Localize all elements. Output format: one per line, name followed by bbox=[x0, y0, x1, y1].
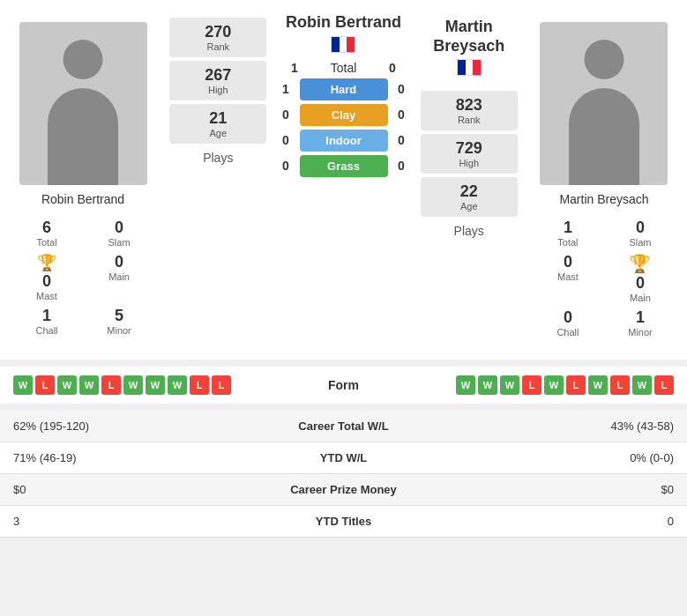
clay-button[interactable]: Clay bbox=[300, 104, 388, 126]
stat-left-1: 71% (46-19) bbox=[0, 442, 227, 474]
right-mast-label: Mast bbox=[557, 271, 579, 282]
left-flag bbox=[331, 36, 355, 53]
stats-table: 62% (195-120) Career Total W/L 43% (43-5… bbox=[0, 411, 687, 538]
right-player-avatar bbox=[540, 22, 668, 185]
left-form-badge-7: W bbox=[168, 375, 187, 395]
right-total-value: 1 bbox=[564, 219, 572, 237]
left-high-block: 267 High bbox=[169, 61, 266, 100]
left-form-badge-2: W bbox=[57, 375, 77, 395]
left-main-stat: 0 Main bbox=[86, 253, 153, 301]
right-player-name: Martin Breysach bbox=[559, 192, 648, 206]
right-plays-label: Plays bbox=[454, 224, 484, 238]
grass-button[interactable]: Grass bbox=[300, 155, 388, 177]
left-form-badge-6: W bbox=[146, 375, 165, 395]
left-form-badge-0: W bbox=[13, 375, 33, 395]
grass-right-score: 0 bbox=[395, 159, 408, 173]
right-rank-value: 823 bbox=[425, 96, 513, 115]
hard-left-score: 1 bbox=[280, 82, 293, 96]
stat-center-0: Career Total W/L bbox=[227, 411, 460, 442]
hard-button[interactable]: Hard bbox=[300, 78, 388, 100]
right-high-block: 729 High bbox=[421, 134, 518, 174]
left-rank-value: 270 bbox=[174, 23, 262, 41]
right-form-badge-2: W bbox=[500, 375, 519, 395]
right-form-badge-6: W bbox=[588, 375, 608, 395]
form-label: Form bbox=[328, 378, 359, 392]
right-flag bbox=[457, 59, 482, 76]
left-minor-stat: 5 Minor bbox=[86, 307, 153, 336]
right-mast-value: 0 bbox=[564, 253, 572, 271]
grass-line: 0 Grass 0 bbox=[280, 155, 408, 177]
stat-center-2: Career Prize Money bbox=[227, 474, 460, 506]
left-total-value: 6 bbox=[42, 219, 51, 237]
stat-left-2: $0 bbox=[0, 474, 227, 506]
left-slam-label: Slam bbox=[108, 237, 131, 248]
stat-center-3: YTD Titles bbox=[227, 506, 460, 538]
form-row: WLWWLWWWLL Form WWWLWLWLWL bbox=[13, 375, 674, 395]
stats-row-2: $0 Career Prize Money $0 bbox=[0, 474, 687, 506]
right-rank-label: Rank bbox=[425, 115, 513, 125]
left-plays-label: Plays bbox=[203, 151, 233, 165]
right-minor-label: Minor bbox=[628, 327, 653, 338]
right-total-label: Total bbox=[557, 237, 578, 248]
right-form-badges: WWWLWLWLWL bbox=[456, 375, 674, 395]
right-age-value: 22 bbox=[425, 182, 513, 201]
right-form-badge-5: L bbox=[566, 375, 586, 395]
right-mast-stat: 0 Mast bbox=[534, 253, 601, 303]
right-form-badge-0: W bbox=[456, 375, 475, 395]
right-minor-stat: 1 Minor bbox=[607, 308, 674, 338]
left-form-badge-8: L bbox=[190, 375, 209, 395]
right-age-block: 22 Age bbox=[421, 177, 518, 217]
stat-left-3: 3 bbox=[0, 506, 227, 538]
stat-right-2: $0 bbox=[460, 474, 687, 506]
left-high-label: High bbox=[174, 85, 262, 95]
indoor-right-score: 0 bbox=[395, 133, 408, 147]
right-minor-value: 1 bbox=[636, 308, 645, 327]
indoor-line: 0 Indoor 0 bbox=[280, 130, 408, 152]
right-form-badge-7: L bbox=[610, 375, 630, 395]
total-left-score: 1 bbox=[288, 61, 302, 75]
left-main-value: 0 bbox=[115, 253, 123, 271]
right-form-badge-8: W bbox=[632, 375, 652, 395]
right-player-name-top: Martin Breysach bbox=[413, 18, 526, 56]
left-chall-value: 1 bbox=[42, 307, 51, 325]
right-stats-col: Martin Breysach 823 Rank 729 High 22 Age… bbox=[413, 18, 526, 346]
right-rank-block: 823 Rank bbox=[421, 91, 518, 130]
stats-row-3: 3 YTD Titles 0 bbox=[0, 506, 687, 538]
left-total-label: Total bbox=[36, 237, 56, 248]
left-age-label: Age bbox=[174, 128, 262, 138]
left-total-stat: 6 Total bbox=[13, 219, 80, 248]
left-player-avatar bbox=[19, 22, 147, 185]
stat-right-3: 0 bbox=[460, 506, 687, 538]
right-main-label: Main bbox=[630, 293, 651, 303]
right-player-block: Martin Breysach 1 Total 0 Slam 0 Mast 🏆 … bbox=[530, 13, 678, 346]
right-age-label: Age bbox=[425, 201, 513, 212]
left-slam-value: 0 bbox=[115, 219, 123, 237]
left-form-badges: WLWWLWWWLL bbox=[13, 375, 231, 395]
clay-line: 0 Clay 0 bbox=[280, 104, 408, 126]
stat-right-1: 0% (0-0) bbox=[460, 442, 687, 474]
stat-right-0: 43% (43-58) bbox=[460, 411, 687, 442]
hard-line: 1 Hard 0 bbox=[280, 78, 408, 100]
total-line: 1 Total 0 bbox=[280, 61, 408, 75]
right-slam-label: Slam bbox=[629, 237, 651, 248]
left-slam-stat: 0 Slam bbox=[86, 219, 153, 248]
surface-scores-area: 1 Total 0 1 Hard 0 0 Clay 0 0 bbox=[280, 61, 408, 177]
indoor-button[interactable]: Indoor bbox=[300, 130, 388, 152]
center-top: Robin Bertrand bbox=[286, 13, 401, 56]
right-main-value: 0 bbox=[636, 274, 645, 293]
grass-left-score: 0 bbox=[280, 159, 293, 173]
left-trophy-icon: 🏆 bbox=[37, 253, 56, 272]
left-chall-stat: 1 Chall bbox=[13, 307, 80, 336]
left-form-badge-5: W bbox=[123, 375, 143, 395]
center-block: Robin Bertrand 1 Total 0 1 Hard 0 bbox=[280, 13, 408, 346]
clay-left-score: 0 bbox=[280, 108, 293, 122]
left-minor-value: 5 bbox=[115, 307, 123, 325]
right-trophy-icon: 🏆 bbox=[629, 253, 651, 274]
right-form-badge-9: L bbox=[654, 375, 674, 395]
left-chall-label: Chall bbox=[35, 325, 57, 336]
left-age-value: 21 bbox=[174, 109, 262, 128]
left-form-badge-4: L bbox=[101, 375, 121, 395]
stats-row-0: 62% (195-120) Career Total W/L 43% (43-5… bbox=[0, 411, 687, 442]
left-form-badge-9: L bbox=[212, 375, 231, 395]
form-section: WLWWLWWWLL Form WWWLWLWLWL bbox=[0, 367, 687, 404]
